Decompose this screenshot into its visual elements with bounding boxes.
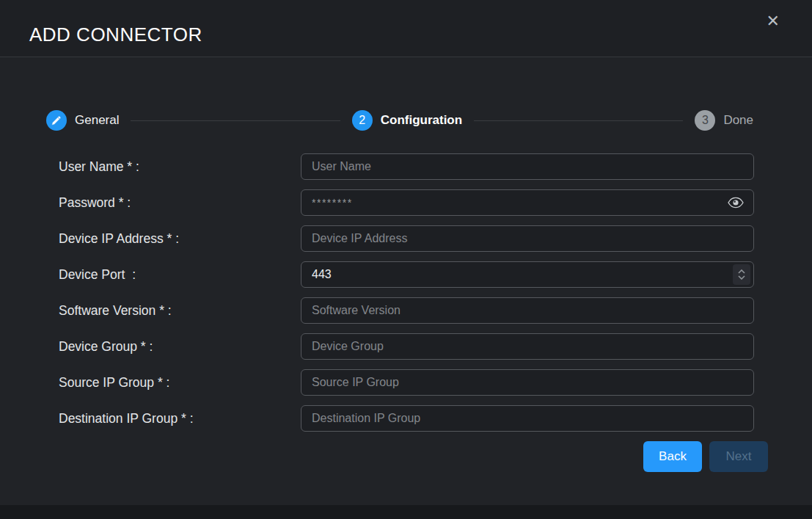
software-version-label: Software Version * : xyxy=(59,297,301,324)
source-ip-group-label: Source IP Group * : xyxy=(59,369,301,396)
dialog-title: ADD CONNECTOR xyxy=(29,23,202,46)
form-row-password: Password * : xyxy=(59,189,812,216)
close-icon: ✕ xyxy=(767,12,780,30)
toggle-password-visibility-button[interactable] xyxy=(726,196,745,210)
step-general-indicator xyxy=(46,110,67,131)
device-group-input[interactable] xyxy=(301,333,754,360)
stepper-line xyxy=(474,120,683,121)
close-button[interactable]: ✕ xyxy=(767,13,780,29)
step-configuration-label: Configuration xyxy=(381,113,462,128)
username-label: User Name * : xyxy=(59,153,301,180)
step-done-indicator: 3 xyxy=(695,110,715,131)
wizard-stepper: General 2 Configuration 3 Done xyxy=(46,110,753,131)
destination-ip-group-input-wrap xyxy=(301,405,754,432)
software-version-input-wrap xyxy=(301,297,754,324)
eye-icon xyxy=(728,197,744,208)
pencil-icon xyxy=(51,115,62,126)
device-group-label: Device Group * : xyxy=(59,333,301,360)
form-row-username: User Name * : xyxy=(59,153,812,180)
stepper-line xyxy=(131,120,340,121)
configuration-form: User Name * : Password * : Device IP Add… xyxy=(0,153,812,472)
step-done-label: Done xyxy=(723,113,753,128)
username-input-wrap xyxy=(301,153,754,180)
dialog-actions: Back Next xyxy=(0,441,768,472)
device-port-input-wrap xyxy=(301,261,754,288)
back-button[interactable]: Back xyxy=(643,441,702,472)
form-row-source-ip-group: Source IP Group * : xyxy=(59,369,812,396)
password-input-wrap xyxy=(301,189,754,216)
device-group-input-wrap xyxy=(301,333,754,360)
step-configuration[interactable]: 2 Configuration xyxy=(352,110,462,131)
step-configuration-indicator: 2 xyxy=(352,110,373,131)
chevron-up-icon xyxy=(738,269,745,274)
number-spinner[interactable] xyxy=(733,264,750,285)
add-connector-dialog: ADD CONNECTOR ✕ General 2 Configuration … xyxy=(0,0,812,505)
step-general[interactable]: General xyxy=(46,110,119,131)
device-port-label: Device Port : xyxy=(59,261,301,288)
form-row-device-port: Device Port : xyxy=(59,261,812,288)
form-row-software-version: Software Version * : xyxy=(59,297,812,324)
device-port-input[interactable] xyxy=(301,261,754,288)
dialog-header: ADD CONNECTOR ✕ xyxy=(0,0,812,57)
step-general-label: General xyxy=(75,113,119,128)
device-ip-label: Device IP Address * : xyxy=(59,225,301,252)
source-ip-group-input[interactable] xyxy=(301,369,754,396)
chevron-down-icon xyxy=(738,275,745,280)
device-ip-input[interactable] xyxy=(301,225,754,252)
destination-ip-group-label: Destination IP Group * : xyxy=(59,405,301,432)
page-background-strip xyxy=(0,505,812,519)
next-button[interactable]: Next xyxy=(709,441,768,472)
device-ip-input-wrap xyxy=(301,225,754,252)
password-label: Password * : xyxy=(59,189,301,216)
destination-ip-group-input[interactable] xyxy=(301,405,754,432)
step-done[interactable]: 3 Done xyxy=(695,110,753,131)
source-ip-group-input-wrap xyxy=(301,369,754,396)
software-version-input[interactable] xyxy=(301,297,754,324)
password-input[interactable] xyxy=(301,189,754,216)
form-row-device-ip: Device IP Address * : xyxy=(59,225,812,252)
form-row-destination-ip-group: Destination IP Group * : xyxy=(59,405,812,432)
username-input[interactable] xyxy=(301,153,754,180)
form-row-device-group: Device Group * : xyxy=(59,333,812,360)
